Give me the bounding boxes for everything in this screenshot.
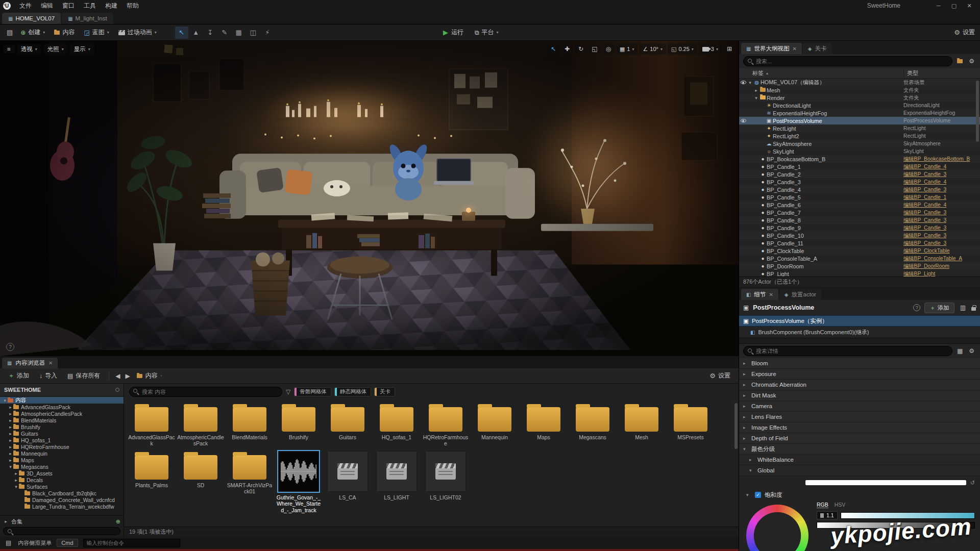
content-sequence-item[interactable]: LS_LIGHT: [372, 449, 421, 515]
outliner-row[interactable]: ● BP_Candle_4 编辑BP_Candle_3: [739, 186, 980, 193]
content-folder-item[interactable]: AdvancedGlassPack: [127, 401, 176, 449]
content-tree-item[interactable]: ▸ Guitars: [0, 430, 124, 437]
expander-arrow-icon[interactable]: ▸: [8, 411, 13, 416]
outliner-row[interactable]: ● BP_Candle_9 编辑BP_Candle_3: [739, 224, 980, 232]
filter-funnel-icon[interactable]: ▽: [286, 388, 290, 395]
menubar-menu-item[interactable]: 工具: [79, 1, 101, 11]
outliner-row[interactable]: ● BP_Candle_1 编辑BP_Candle_4: [739, 163, 980, 170]
content-folder-item[interactable]: SMART-ArchVizPack01: [225, 449, 274, 515]
expander-arrow-icon[interactable]: ▾: [753, 95, 759, 101]
outliner-search-input[interactable]: [744, 58, 952, 64]
content-folder-item[interactable]: Maps: [519, 401, 568, 449]
tab-world-outliner[interactable]: ▦ 世界大纲视图 ✕: [741, 43, 802, 54]
tab-details[interactable]: ◧ 细节 ✕: [741, 289, 778, 300]
menubar-menu-item[interactable]: 帮助: [122, 1, 143, 11]
viewport-scene[interactable]: [0, 41, 739, 356]
expander-arrow-icon[interactable]: ▸: [8, 438, 13, 443]
outliner-row[interactable]: ● BP_Candle_5 编辑BP_Candle_1: [739, 193, 980, 201]
cb-import-button[interactable]: ↓ 导入: [35, 369, 61, 382]
content-folder-item[interactable]: HQRetroFarmhouse: [421, 401, 470, 449]
content-tree-item[interactable]: ▸ Brushify: [0, 423, 124, 430]
outliner-row[interactable]: ▸ Mesh 文件夹: [739, 86, 980, 94]
search-icon[interactable]: [115, 388, 119, 392]
visibility-eye-icon[interactable]: [739, 119, 747, 122]
cb-save-all-button[interactable]: ▤ 保存所有: [63, 369, 104, 382]
outliner-row[interactable]: ● BP_Candle_8 编辑BP_Candle_3: [739, 216, 980, 224]
tab-content-browser[interactable]: ▦ 内容浏览器 ✕: [2, 358, 58, 368]
details-section-row[interactable]: ▸ Camera: [739, 401, 980, 412]
close-icon[interactable]: ✕: [48, 360, 53, 366]
content-tree-item[interactable]: ▸ HQ_sofas_1: [0, 437, 124, 443]
expander-arrow-icon[interactable]: ▸: [8, 458, 13, 463]
content-folder-item[interactable]: Megascans: [568, 401, 617, 449]
select-tool-icon[interactable]: ↖: [547, 43, 559, 55]
mesh-paint-mode-icon[interactable]: ✎: [218, 27, 231, 39]
saturation-checkbox[interactable]: ✓: [755, 492, 761, 498]
component-row-instance[interactable]: ▣ PostProcessVolume（实例）: [739, 315, 980, 327]
filter-chip[interactable]: 骨骼网格体: [294, 387, 331, 396]
section-arrow-icon[interactable]: ▾: [746, 492, 751, 497]
browse-icon[interactable]: ▥: [959, 304, 967, 311]
details-settings-icon[interactable]: ⚙: [967, 347, 976, 355]
cb-settings-button[interactable]: ⚙ 设置: [705, 369, 734, 382]
outliner-row[interactable]: ● BP_Candle_3 编辑BP_Candle_4: [739, 178, 980, 186]
outliner-row[interactable]: ● BP_Candle_6 编辑BP_Candle_4: [739, 201, 980, 209]
minimize-icon[interactable]: ─: [931, 3, 946, 9]
section-arrow-icon[interactable]: ▸: [743, 414, 748, 419]
content-folder-item[interactable]: AtmosphericCandlesPack: [176, 401, 225, 449]
saturation-value-field[interactable]: 1.1: [817, 511, 838, 519]
section-arrow-icon[interactable]: ▸: [743, 382, 748, 387]
lock-icon[interactable]: [971, 307, 976, 311]
play-button[interactable]: ▶ 运行: [443, 28, 463, 37]
asset-tab[interactable]: ▦ M_light_Inst: [62, 13, 113, 24]
create-folder-icon[interactable]: [955, 59, 964, 63]
outliner-row[interactable]: ≋ ExponentialHeightFog ExponentialHeight…: [739, 109, 980, 117]
scale-tool-icon[interactable]: ◱: [589, 43, 601, 55]
forward-icon[interactable]: ▶: [124, 372, 132, 380]
landscape-mode-icon[interactable]: ▲: [189, 27, 203, 39]
expander-arrow-icon[interactable]: ▸: [13, 471, 19, 476]
content-folder-item[interactable]: Brushify: [274, 401, 323, 449]
content-tree-item[interactable]: ▸ AdvancedGlassPack: [0, 404, 124, 410]
outliner-row[interactable]: ✦ RectLight2 RectLight: [739, 132, 980, 140]
section-arrow-icon[interactable]: ▸: [743, 371, 748, 377]
save-icon[interactable]: ▤: [4, 29, 15, 36]
component-row-brush[interactable]: ◧ BrushComponent (BrushComponent0)(继承): [739, 327, 980, 338]
content-folder-item[interactable]: MSPresets: [666, 401, 715, 449]
details-section-row[interactable]: ▸ Lens Flares: [739, 412, 980, 422]
cmd-badge[interactable]: Cmd: [57, 539, 78, 547]
content-tree-item[interactable]: ▸ 3D_Assets: [0, 470, 124, 477]
menubar-menu-item[interactable]: 窗口: [58, 1, 79, 11]
display-filter-icon[interactable]: ▦: [955, 347, 964, 355]
outliner-row[interactable]: ● BP_ConsoleTable_A 编辑BP_ConsoleTable_A: [739, 255, 980, 262]
content-drawer-button[interactable]: 内容侧滑菜单: [18, 539, 52, 547]
outliner-settings-icon[interactable]: ⚙: [967, 58, 976, 65]
content-folder-item[interactable]: BlendMaterials: [225, 401, 274, 449]
expander-arrow-icon[interactable]: ▸: [8, 418, 13, 423]
viewport-options-icon[interactable]: ≡: [3, 44, 15, 54]
outliner-row[interactable]: ● BP_Candle_10 编辑BP_Candle_3: [739, 232, 980, 239]
content-button[interactable]: 内容: [50, 26, 79, 39]
content-folder-item[interactable]: Mesh: [617, 401, 666, 449]
menubar-menu-item[interactable]: 文件: [15, 1, 36, 11]
content-tree-item[interactable]: ▾ 内容: [0, 397, 124, 404]
maximize-viewport-icon[interactable]: ⊞: [723, 43, 736, 55]
expander-arrow-icon[interactable]: ▾: [747, 80, 753, 85]
outliner-row[interactable]: ● BP_Candle_7 编辑BP_Candle_3: [739, 209, 980, 216]
expander-arrow-icon[interactable]: ▸: [8, 451, 13, 456]
expander-arrow-icon[interactable]: ▸: [8, 431, 13, 436]
column-type[interactable]: 类型: [903, 69, 980, 77]
outliner-row[interactable]: ▾ Render 文件夹: [739, 94, 980, 102]
section-arrow-icon[interactable]: ▸: [743, 436, 748, 441]
scale-snap-control[interactable]: ◱ 0.25 ▾: [668, 43, 697, 55]
expander-arrow-icon[interactable]: ▾: [2, 398, 8, 403]
content-tree-item[interactable]: ▸ AtmosphericCandlesPack: [0, 410, 124, 417]
content-tree-item[interactable]: Damaged_Concrete_Wall_vdcnfcd: [0, 496, 124, 503]
outliner-row[interactable]: ☼ SkyLight SkyLight: [739, 147, 980, 155]
maximize-icon[interactable]: ▢: [946, 3, 962, 9]
section-arrow-icon[interactable]: ▸: [743, 393, 748, 398]
content-tree-item[interactable]: Large_Tundra_Terrain_wcekcbdfw: [0, 503, 124, 510]
world-space-icon[interactable]: ◎: [602, 43, 615, 55]
content-tree-item[interactable]: ▸ Decals: [0, 477, 124, 483]
content-folder-item[interactable]: Guitars: [323, 401, 372, 449]
